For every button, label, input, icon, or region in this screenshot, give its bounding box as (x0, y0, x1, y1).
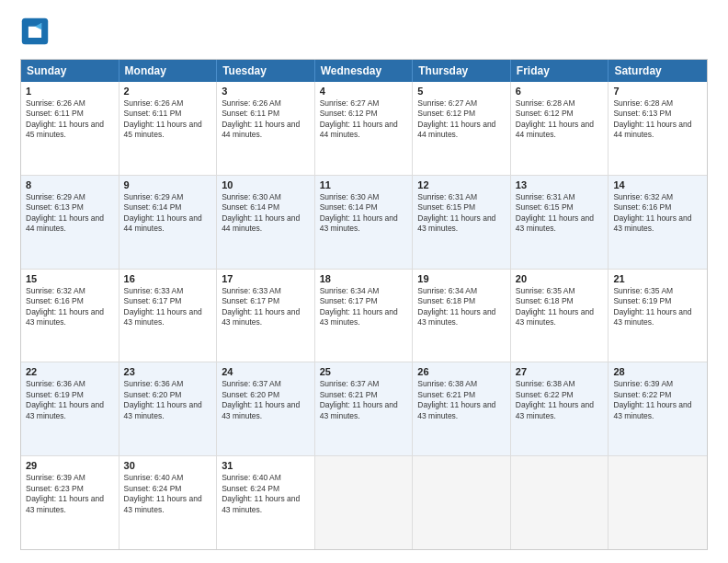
day-cell: 13Sunrise: 6:31 AM Sunset: 6:15 PM Dayli… (511, 176, 609, 269)
day-cell: 18Sunrise: 6:34 AM Sunset: 6:17 PM Dayli… (315, 270, 414, 362)
day-cell: 12Sunrise: 6:31 AM Sunset: 6:15 PM Dayli… (413, 176, 511, 269)
day-info: Sunrise: 6:33 AM Sunset: 6:17 PM Dayligh… (124, 286, 212, 328)
day-info: Sunrise: 6:39 AM Sunset: 6:22 PM Dayligh… (613, 379, 702, 421)
calendar: SundayMondayTuesdayWednesdayThursdayFrid… (20, 59, 708, 550)
calendar-row: 15Sunrise: 6:32 AM Sunset: 6:16 PM Dayli… (21, 269, 707, 362)
day-cell: 15Sunrise: 6:32 AM Sunset: 6:16 PM Dayli… (21, 270, 119, 362)
day-info: Sunrise: 6:27 AM Sunset: 6:12 PM Dayligh… (417, 98, 506, 141)
day-number: 9 (124, 179, 212, 190)
day-info: Sunrise: 6:30 AM Sunset: 6:14 PM Dayligh… (320, 192, 408, 235)
day-number: 6 (516, 86, 604, 97)
weekday-header: Sunday (21, 60, 119, 82)
weekday-header: Saturday (609, 60, 707, 82)
calendar-row: 22Sunrise: 6:36 AM Sunset: 6:19 PM Dayli… (21, 362, 707, 455)
day-cell: 27Sunrise: 6:38 AM Sunset: 6:22 PM Dayli… (511, 362, 609, 455)
header (20, 17, 708, 50)
day-info: Sunrise: 6:33 AM Sunset: 6:17 PM Dayligh… (222, 286, 310, 328)
day-cell: 14Sunrise: 6:32 AM Sunset: 6:16 PM Dayli… (609, 176, 707, 269)
empty-cell (511, 456, 609, 549)
day-cell: 2Sunrise: 6:26 AM Sunset: 6:11 PM Daylig… (119, 82, 218, 175)
day-number: 2 (124, 86, 212, 97)
day-info: Sunrise: 6:31 AM Sunset: 6:15 PM Dayligh… (516, 192, 604, 235)
day-info: Sunrise: 6:38 AM Sunset: 6:21 PM Dayligh… (417, 379, 506, 421)
day-info: Sunrise: 6:27 AM Sunset: 6:12 PM Dayligh… (320, 98, 408, 141)
day-cell: 31Sunrise: 6:40 AM Sunset: 6:24 PM Dayli… (217, 456, 315, 549)
day-cell: 28Sunrise: 6:39 AM Sunset: 6:22 PM Dayli… (609, 362, 707, 455)
day-number: 25 (320, 366, 408, 377)
day-cell: 23Sunrise: 6:36 AM Sunset: 6:20 PM Dayli… (119, 362, 218, 455)
calendar-body: 1Sunrise: 6:26 AM Sunset: 6:11 PM Daylig… (21, 82, 707, 549)
logo-icon (20, 17, 50, 50)
day-info: Sunrise: 6:40 AM Sunset: 6:24 PM Dayligh… (222, 473, 310, 515)
day-info: Sunrise: 6:29 AM Sunset: 6:14 PM Dayligh… (124, 192, 212, 235)
day-number: 31 (222, 460, 310, 471)
day-number: 13 (516, 179, 604, 190)
day-cell: 16Sunrise: 6:33 AM Sunset: 6:17 PM Dayli… (119, 270, 218, 362)
day-info: Sunrise: 6:35 AM Sunset: 6:18 PM Dayligh… (516, 286, 604, 328)
day-number: 11 (320, 179, 408, 190)
day-cell: 9Sunrise: 6:29 AM Sunset: 6:14 PM Daylig… (119, 176, 218, 269)
calendar-row: 29Sunrise: 6:39 AM Sunset: 6:23 PM Dayli… (21, 455, 707, 549)
day-info: Sunrise: 6:32 AM Sunset: 6:16 PM Dayligh… (613, 192, 702, 235)
day-number: 17 (222, 273, 310, 284)
day-info: Sunrise: 6:26 AM Sunset: 6:11 PM Dayligh… (26, 98, 114, 141)
day-cell: 11Sunrise: 6:30 AM Sunset: 6:14 PM Dayli… (315, 176, 414, 269)
day-cell: 24Sunrise: 6:37 AM Sunset: 6:20 PM Dayli… (217, 362, 315, 455)
calendar-row: 1Sunrise: 6:26 AM Sunset: 6:11 PM Daylig… (21, 82, 707, 175)
empty-cell (609, 456, 707, 549)
day-number: 28 (613, 366, 702, 377)
calendar-row: 8Sunrise: 6:29 AM Sunset: 6:13 PM Daylig… (21, 175, 707, 269)
day-cell: 19Sunrise: 6:34 AM Sunset: 6:18 PM Dayli… (413, 270, 511, 362)
day-cell: 10Sunrise: 6:30 AM Sunset: 6:14 PM Dayli… (217, 176, 315, 269)
day-cell: 7Sunrise: 6:28 AM Sunset: 6:13 PM Daylig… (609, 82, 707, 175)
day-number: 15 (26, 273, 114, 284)
day-cell: 5Sunrise: 6:27 AM Sunset: 6:12 PM Daylig… (413, 82, 511, 175)
day-number: 22 (26, 366, 114, 377)
day-info: Sunrise: 6:31 AM Sunset: 6:15 PM Dayligh… (417, 192, 506, 235)
day-number: 26 (417, 366, 506, 377)
weekday-header: Tuesday (217, 60, 315, 82)
day-info: Sunrise: 6:26 AM Sunset: 6:11 PM Dayligh… (222, 98, 310, 141)
day-number: 18 (320, 273, 408, 284)
calendar-header: SundayMondayTuesdayWednesdayThursdayFrid… (21, 60, 707, 82)
day-cell: 25Sunrise: 6:37 AM Sunset: 6:21 PM Dayli… (315, 362, 414, 455)
day-number: 7 (613, 86, 702, 97)
day-cell: 30Sunrise: 6:40 AM Sunset: 6:24 PM Dayli… (119, 456, 218, 549)
day-info: Sunrise: 6:26 AM Sunset: 6:11 PM Dayligh… (124, 98, 212, 141)
day-info: Sunrise: 6:36 AM Sunset: 6:19 PM Dayligh… (26, 379, 114, 421)
empty-cell (315, 456, 414, 549)
day-cell: 17Sunrise: 6:33 AM Sunset: 6:17 PM Dayli… (217, 270, 315, 362)
day-number: 30 (124, 460, 212, 471)
day-number: 10 (222, 179, 310, 190)
day-info: Sunrise: 6:34 AM Sunset: 6:17 PM Dayligh… (320, 286, 408, 328)
day-info: Sunrise: 6:36 AM Sunset: 6:20 PM Dayligh… (124, 379, 212, 421)
day-cell: 8Sunrise: 6:29 AM Sunset: 6:13 PM Daylig… (21, 176, 119, 269)
day-number: 29 (26, 460, 114, 471)
day-cell: 29Sunrise: 6:39 AM Sunset: 6:23 PM Dayli… (21, 456, 119, 549)
day-info: Sunrise: 6:40 AM Sunset: 6:24 PM Dayligh… (124, 473, 212, 515)
day-number: 21 (613, 273, 702, 284)
day-info: Sunrise: 6:39 AM Sunset: 6:23 PM Dayligh… (26, 473, 114, 515)
day-number: 12 (417, 179, 506, 190)
day-number: 3 (222, 86, 310, 97)
day-number: 5 (417, 86, 506, 97)
logo (20, 17, 53, 50)
day-info: Sunrise: 6:37 AM Sunset: 6:20 PM Dayligh… (222, 379, 310, 421)
empty-cell (413, 456, 511, 549)
day-number: 24 (222, 366, 310, 377)
day-cell: 6Sunrise: 6:28 AM Sunset: 6:12 PM Daylig… (511, 82, 609, 175)
day-cell: 4Sunrise: 6:27 AM Sunset: 6:12 PM Daylig… (315, 82, 414, 175)
weekday-header: Thursday (413, 60, 511, 82)
day-number: 23 (124, 366, 212, 377)
day-info: Sunrise: 6:32 AM Sunset: 6:16 PM Dayligh… (26, 286, 114, 328)
day-cell: 21Sunrise: 6:35 AM Sunset: 6:19 PM Dayli… (609, 270, 707, 362)
day-info: Sunrise: 6:34 AM Sunset: 6:18 PM Dayligh… (417, 286, 506, 328)
day-number: 1 (26, 86, 114, 97)
page: SundayMondayTuesdayWednesdayThursdayFrid… (0, 0, 728, 563)
day-cell: 1Sunrise: 6:26 AM Sunset: 6:11 PM Daylig… (21, 82, 119, 175)
day-number: 14 (613, 179, 702, 190)
day-info: Sunrise: 6:28 AM Sunset: 6:12 PM Dayligh… (516, 98, 604, 141)
day-number: 8 (26, 179, 114, 190)
day-info: Sunrise: 6:30 AM Sunset: 6:14 PM Dayligh… (222, 192, 310, 235)
weekday-header: Wednesday (315, 60, 414, 82)
